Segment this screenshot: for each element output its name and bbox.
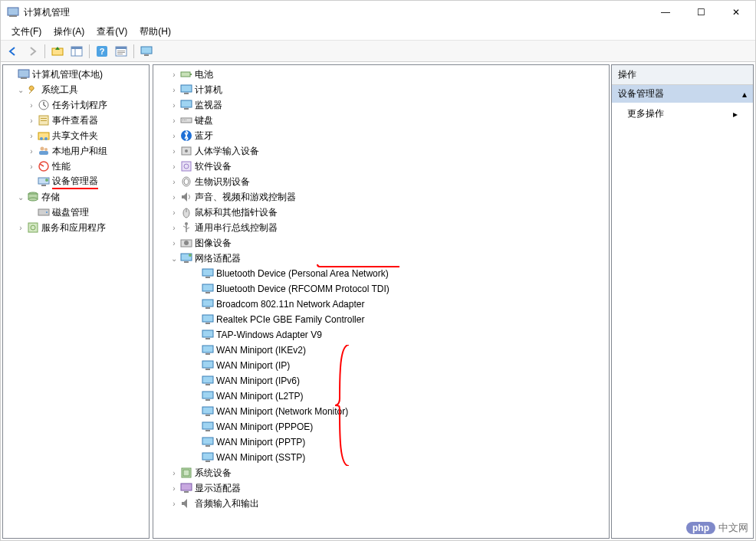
device-bluetooth[interactable]: ›蓝牙 [153,128,607,143]
svg-rect-20 [41,120,47,121]
device-system-devices[interactable]: ›系统设备 [153,465,607,480]
actions-subheader[interactable]: 设备管理器 ▴ [612,85,753,103]
tree-event-viewer[interactable]: › 事件查看器 [3,113,149,128]
watermark-text: 中文网 [718,521,748,535]
device-nic-netmon[interactable]: WAN Miniport (Network Monitor) [153,404,607,419]
device-label: WAN Miniport (L2TP) [216,391,304,402]
chevron-down-icon[interactable]: ⌄ [15,84,26,95]
tree-local-users[interactable]: › 本地用户和组 [3,143,149,159]
device-battery[interactable]: ›电池 [153,67,607,82]
chevron-down-icon[interactable]: ⌄ [169,253,179,264]
menu-view[interactable]: 查看(V) [90,24,133,40]
chevron-right-icon[interactable]: › [169,483,179,493]
chevron-right-icon[interactable]: › [169,222,179,233]
device-label: Bluetooth Device (Personal Area Network) [216,268,389,279]
tree-storage[interactable]: ⌄ 存储 [3,189,149,205]
chevron-right-icon[interactable]: › [169,238,179,248]
actions-more[interactable]: 更多操作 ▸ [612,103,753,125]
device-nic-pppoe[interactable]: WAN Miniport (PPPOE) [153,419,607,434]
device-nic-ip[interactable]: WAN Miniport (IP) [153,358,607,373]
expander-blank [26,176,37,187]
menu-help[interactable]: 帮助(H) [133,24,177,40]
device-monitors[interactable]: ›监视器 [153,97,607,113]
nic-icon [202,359,214,372]
device-nic-realtek[interactable]: Realtek PCIe GBE Family Controller [153,312,607,327]
device-nic-broadcom[interactable]: Broadcom 802.11n Network Adapter [153,297,607,312]
device-keyboard[interactable]: ›键盘 [153,113,607,128]
chevron-right-icon[interactable]: › [169,69,179,80]
device-nic-tap[interactable]: TAP-Windows Adapter V9 [153,327,607,343]
tree-task-scheduler[interactable]: › 任务计划程序 [3,97,149,113]
device-audio-io[interactable]: ›音频输入和输出 [153,496,607,511]
tree-performance[interactable]: › 性能 [3,159,149,174]
device-imaging[interactable]: ›图像设备 [153,235,607,251]
imaging-icon [180,237,192,249]
window-controls: — ☐ ✕ [648,1,754,24]
tree-label: 任务计划程序 [52,99,107,112]
chevron-right-icon[interactable]: › [169,84,179,95]
chevron-right-icon[interactable]: › [26,115,37,126]
tree-system-tools[interactable]: ⌄ 系统工具 [3,82,149,97]
help-button[interactable]: ? [93,43,111,60]
device-nic-sstp[interactable]: WAN Miniport (SSTP) [153,450,607,465]
chevron-down-icon[interactable]: ⌄ [15,192,26,202]
chevron-right-icon[interactable]: › [169,161,179,172]
device-display-adapters[interactable]: ›显示适配器 [153,480,607,496]
tree-root[interactable]: 计算机管理(本地) [3,67,149,82]
menu-action[interactable]: 操作(A) [48,24,90,40]
device-biometric[interactable]: ›生物识别设备 [153,174,607,189]
svg-rect-67 [205,277,210,278]
monitor-button[interactable] [137,43,156,60]
svg-rect-73 [205,323,210,324]
device-usb[interactable]: ›通用串行总线控制器 [153,220,607,235]
tree-disk-management[interactable]: 磁盘管理 [3,205,149,220]
device-software[interactable]: ›软件设备 [153,159,607,174]
device-computer[interactable]: ›计算机 [153,82,607,97]
svg-rect-46 [184,120,185,120]
chevron-right-icon[interactable]: › [169,130,179,141]
menu-file[interactable]: 文件(F) [5,24,48,40]
expander-blank [190,452,201,463]
nic-icon [202,390,214,402]
properties-button[interactable] [112,43,130,60]
chevron-right-icon[interactable]: › [169,100,179,110]
chevron-right-icon[interactable]: › [169,176,179,187]
nic-icon [202,344,214,356]
device-sound[interactable]: ›声音、视频和游戏控制器 [153,189,607,205]
tree-device-manager[interactable]: 设备管理器 [3,174,149,189]
tree-shared-folders[interactable]: › 共享文件夹 [3,128,149,143]
device-nic-pptp[interactable]: WAN Miniport (PPTP) [153,434,607,450]
device-nic-l2tp[interactable]: WAN Miniport (L2TP) [153,389,607,404]
svg-rect-88 [202,438,213,444]
forward-button[interactable] [23,43,41,60]
device-nic-btrfc[interactable]: Bluetooth Device (RFCOMM Protocol TDI) [153,281,607,297]
device-nic-ipv6[interactable]: WAN Miniport (IPv6) [153,373,607,389]
chevron-right-icon[interactable]: › [169,115,179,126]
show-hide-tree-button[interactable] [67,43,86,60]
minimize-button[interactable]: — [648,1,683,24]
chevron-right-icon[interactable]: › [26,100,37,110]
chevron-right-icon[interactable]: › [26,146,37,156]
tree-services[interactable]: › 服务和应用程序 [3,220,149,235]
chevron-right-icon[interactable]: › [15,222,26,233]
device-network-adapters[interactable]: ⌄网络适配器 [153,251,607,266]
chevron-right-icon[interactable]: › [26,130,37,141]
tree-label: 计算机管理(本地) [32,68,103,81]
device-nic-ikev2[interactable]: WAN Miniport (IKEv2) [153,343,607,358]
chevron-right-icon[interactable]: › [169,146,179,156]
chevron-right-icon[interactable]: › [26,161,37,172]
up-folder-button[interactable] [48,43,67,60]
device-hid[interactable]: ›人体学输入设备 [153,143,607,159]
chevron-right-icon[interactable]: › [169,467,179,478]
close-button[interactable]: ✕ [718,1,754,24]
back-button[interactable] [4,43,22,60]
chevron-right-icon[interactable]: › [169,498,179,509]
chevron-right-icon[interactable]: › [169,207,179,218]
device-mouse[interactable]: ›鼠标和其他指针设备 [153,205,607,220]
device-nic-btpan[interactable]: Bluetooth Device (Personal Area Network) [153,266,607,281]
chevron-right-icon[interactable]: › [169,192,179,202]
svg-text:?: ? [100,47,105,56]
svg-rect-40 [181,85,192,92]
svg-rect-78 [202,361,213,368]
maximize-button[interactable]: ☐ [683,1,718,24]
